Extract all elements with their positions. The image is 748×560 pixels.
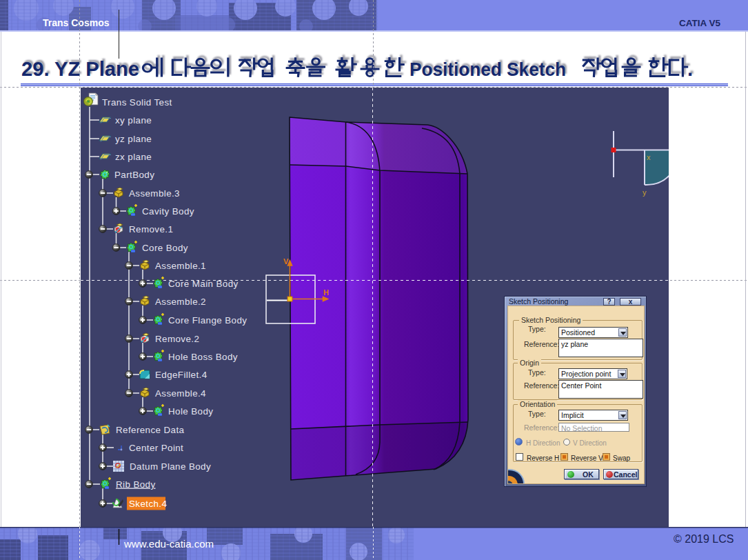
- svg-text:Trans Solid Test: Trans Solid Test: [102, 97, 172, 108]
- svg-text:Reference Data: Reference Data: [116, 425, 185, 435]
- svg-text:Rib Body: Rib Body: [116, 479, 156, 490]
- svg-text:www.edu-catia.com: www.edu-catia.com: [123, 538, 214, 550]
- svg-text:Core Flange Body: Core Flange Body: [168, 315, 247, 326]
- svg-text:© 2019 LCS: © 2019 LCS: [674, 533, 734, 545]
- svg-text:Datum Plane Body: Datum Plane Body: [130, 461, 211, 472]
- svg-text:Sketch.4: Sketch.4: [129, 499, 167, 509]
- svg-text:y: y: [643, 188, 647, 197]
- svg-text:x: x: [647, 153, 651, 161]
- svg-text:zx plane: zx plane: [115, 152, 152, 162]
- svg-text:Core Main Body: Core Main Body: [168, 279, 239, 289]
- svg-text:Center Point: Center Point: [129, 443, 183, 453]
- svg-text:EdgeFillet.4: EdgeFillet.4: [155, 370, 208, 380]
- svg-text:Remove.1: Remove.1: [129, 224, 173, 234]
- svg-text:xy plane: xy plane: [115, 115, 152, 126]
- svg-text:Assemble.4: Assemble.4: [155, 388, 206, 399]
- svg-text:yz plane: yz plane: [115, 134, 152, 144]
- svg-text:Core Body: Core Body: [142, 243, 188, 253]
- svg-text:Assemble.2: Assemble.2: [155, 297, 206, 307]
- svg-text:Assemble.1: Assemble.1: [155, 261, 206, 271]
- svg-text:Remove.2: Remove.2: [155, 334, 199, 344]
- svg-text:Hole Boss Body: Hole Boss Body: [168, 352, 238, 362]
- svg-text:Assemble.3: Assemble.3: [129, 188, 180, 199]
- svg-text:Hole Body: Hole Body: [168, 406, 213, 417]
- svg-text:Cavity Body: Cavity Body: [142, 206, 194, 217]
- svg-text:V: V: [283, 257, 289, 266]
- svg-text:PartBody: PartBody: [114, 170, 154, 180]
- svg-text:H: H: [323, 288, 329, 297]
